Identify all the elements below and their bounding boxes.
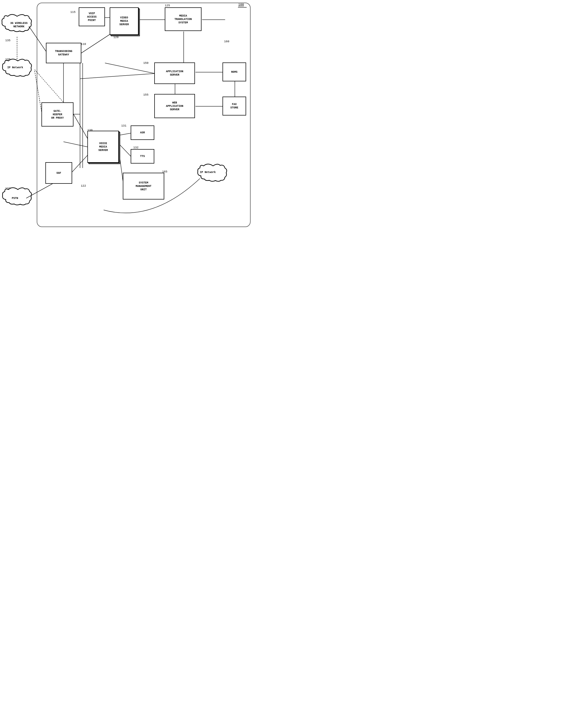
tts-box: TTS <box>131 149 154 164</box>
label-135: 135 <box>5 39 10 42</box>
label-155: 155 <box>143 93 148 96</box>
label-pstn: PSTN <box>12 197 18 200</box>
gatekeeper-label: GATE-KEEPEROR PROXY <box>51 109 64 120</box>
web-app-label: WEBAPPLICATIONSERVER <box>166 101 183 111</box>
transcoding-label: TRANSCODINGGATEWAY <box>55 49 72 57</box>
app-server-box: APPLICATIONSERVER <box>154 62 195 84</box>
voip-access-point-box: VOIPACCESSPOINT <box>79 7 105 26</box>
app-server-label: APPLICATIONSERVER <box>166 70 183 77</box>
label-165: 165 <box>162 170 167 173</box>
video-media-label: VIDEOMEDIASERVER <box>119 16 129 26</box>
label-3g-wireless: 3G WIRELESSNETWORK <box>6 22 32 28</box>
voice-media-server-box: VOICEMEDIASERVER <box>87 131 119 163</box>
voip-ap-label: VOIPACCESSPOINT <box>87 12 97 22</box>
cloud-pstn <box>3 188 32 205</box>
media-translation-box: MEDIATRANSLATIONSYSTEM <box>165 7 202 31</box>
label-100: 100 <box>238 3 244 7</box>
smu-box: SYSTEMMANAGEMENTUNIT <box>123 173 164 200</box>
label-150: 150 <box>143 61 148 65</box>
label-125: 125 <box>165 4 170 7</box>
fax-store-label: FAXSTORE <box>230 103 238 109</box>
diagram-container: VOIPACCESSPOINT VIDEOMEDIASERVER MEDIATR… <box>0 0 254 236</box>
ngms-box: NGMS <box>223 62 246 81</box>
label-160: 160 <box>224 40 229 43</box>
voice-media-label: VOICEMEDIASERVER <box>98 142 108 152</box>
label-136: 136 <box>5 58 10 61</box>
media-trans-label: MEDIATRANSLATIONSYSTEM <box>174 14 192 24</box>
label-131: 131 <box>121 124 126 127</box>
fax-store-box: FAXSTORE <box>223 97 246 116</box>
tts-label: TTS <box>140 154 145 158</box>
asr-box: ASR <box>131 125 154 140</box>
sgf-label: SGF <box>57 171 61 175</box>
web-app-server-box: WEBAPPLICATIONSERVER <box>154 94 195 118</box>
label-120: 120 <box>113 36 119 39</box>
label-132: 132 <box>133 146 139 149</box>
label-137: 137 <box>5 187 10 190</box>
label-130: 130 <box>87 129 92 132</box>
label-ip-136: IP Network <box>7 66 23 69</box>
label-ip-165: IP Network <box>200 171 216 174</box>
label-110: 110 <box>81 43 86 46</box>
ngms-label: NGMS <box>231 70 237 74</box>
transcoding-gw-box: TRANSCODINGGATEWAY <box>46 43 81 63</box>
label-122: 122 <box>81 184 86 187</box>
smu-label: SYSTEMMANAGEMENTUNIT <box>135 181 151 191</box>
label-115: 115 <box>70 11 76 14</box>
video-media-server-box: VIDEOMEDIASERVER <box>110 7 139 35</box>
gatekeeper-box: GATE-KEEPEROR PROXY <box>41 102 74 126</box>
sgf-box: SGF <box>45 162 72 184</box>
asr-label: ASR <box>140 131 145 134</box>
